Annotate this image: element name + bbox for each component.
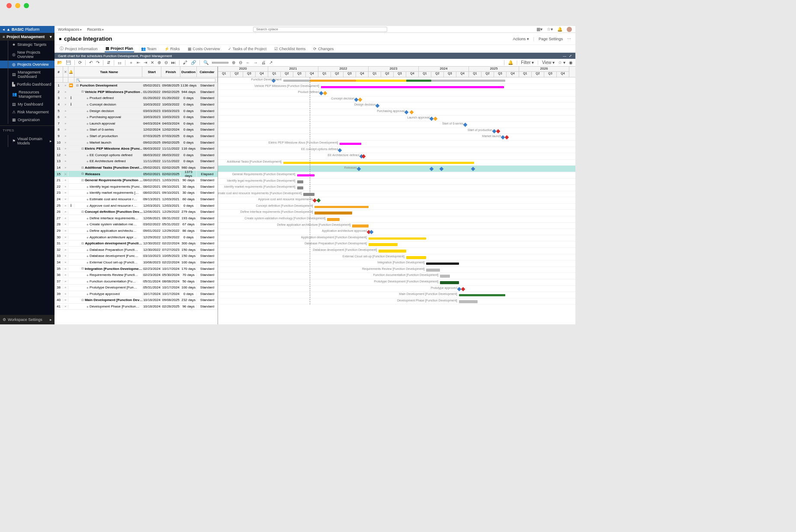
row-cut-icon[interactable]: × (63, 304, 68, 308)
gantt-bar-segment[interactable] (310, 80, 356, 82)
tab-project-information[interactable]: ⓘProject Information (59, 45, 99, 52)
table-row[interactable]: 35×⊟Integration [Function Developme…02/2… (55, 266, 218, 272)
collapse-icon[interactable]: ⊟ (81, 147, 84, 151)
milestone-icon[interactable] (409, 110, 414, 115)
hierarchy-icon[interactable]: ⚏ (118, 60, 122, 65)
gantt-bar[interactable] (315, 206, 369, 208)
export-icon[interactable]: ↗ (269, 60, 273, 65)
tab-risks[interactable]: ⚡Risks (164, 46, 181, 52)
milestone-icon[interactable] (505, 135, 509, 140)
gantt-bar-segment[interactable] (431, 80, 505, 82)
remove-milestone-icon[interactable]: ⊖ (164, 60, 168, 65)
indent-icon[interactable]: ⇥ (144, 60, 147, 65)
table-row[interactable]: 11×⊟Eletric PEP Milestone Abos [Func…06/… (55, 146, 218, 152)
table-row[interactable]: 22×◆Identify legal requirements [Func…08… (55, 184, 218, 190)
table-row[interactable]: 5×◆Design decision03/03/202303/03/20230 … (55, 108, 218, 114)
add-icon[interactable]: ＋ (129, 60, 133, 66)
table-row[interactable]: 10×◆Market launch09/02/202509/02/20250 d… (55, 139, 218, 146)
tab-project-plan[interactable]: ▤Project Plan (105, 45, 134, 52)
gantt-bar[interactable] (440, 281, 459, 284)
collapse-icon[interactable]: ⊟ (81, 90, 84, 93)
refresh-icon[interactable]: ⟳ (78, 60, 82, 65)
row-cut-icon[interactable]: × (63, 134, 68, 138)
milestone-icon[interactable] (317, 199, 321, 203)
add-milestone-icon[interactable]: ⊕ (157, 60, 161, 65)
row-cut-icon[interactable]: × (63, 273, 68, 277)
page-settings-menu[interactable]: Page Settings (539, 37, 563, 41)
milestone-icon[interactable] (496, 129, 500, 133)
collapse-icon[interactable]: ⊟ (81, 172, 84, 176)
tab-tasks-of-the-project[interactable]: ✓Tasks of the Project (227, 46, 268, 52)
collapse-icon[interactable]: ⊟ (76, 84, 79, 87)
col-calendar[interactable]: Calendar (197, 67, 218, 77)
col-num[interactable]: # (55, 67, 63, 77)
table-row[interactable]: 31×⊟Application development [Functi…12/3… (55, 240, 218, 247)
row-cut-icon[interactable]: × (63, 141, 68, 144)
table-row[interactable]: 37×◆Function documentation [Fu…05/31/202… (55, 278, 218, 285)
gantt-bar[interactable] (283, 162, 474, 164)
sidebar-item-portfolio-dashboard[interactable]: ▙Portfolio Dashboard (0, 80, 55, 88)
close-window-icon[interactable] (6, 3, 12, 8)
view-menu[interactable]: View ▾ (542, 60, 555, 65)
zoom-in-icon[interactable]: ⊕ (232, 60, 235, 65)
table-row[interactable]: 6×◆Purchasing approval10/03/202310/03/20… (55, 114, 218, 121)
row-cut-icon[interactable]: × (63, 83, 68, 87)
undo-icon[interactable]: ↶ (89, 60, 93, 65)
open-icon[interactable]: 📂 (57, 60, 62, 65)
collapse-icon[interactable]: ⊟ (81, 166, 84, 170)
milestone-icon[interactable] (323, 91, 327, 96)
col-finish[interactable]: Finish (161, 67, 180, 77)
table-row[interactable]: 40×⊟Main Development [Function Dev…10/18… (55, 297, 218, 304)
row-cut-icon[interactable]: × (63, 153, 68, 157)
table-row[interactable]: 2×⊟Vehicle PEP Milestones [Function …01/… (55, 89, 218, 96)
row-cut-icon[interactable]: × (63, 204, 68, 208)
milestone-icon[interactable] (461, 287, 465, 291)
table-row[interactable]: 23×◆Identify market requirements […08/02… (55, 190, 218, 196)
next-icon[interactable]: → (254, 60, 258, 65)
search-input[interactable] (253, 27, 387, 32)
row-cut-icon[interactable]: × (63, 178, 68, 182)
row-cut-icon[interactable]: × (63, 235, 68, 239)
row-cut-icon[interactable]: × (63, 128, 68, 131)
table-row[interactable]: 38×◆Prototype Development [Fun…05/31/202… (55, 285, 218, 291)
tab-costs-overview[interactable]: ▦Costs Overview (187, 46, 221, 52)
expand-icon[interactable]: ⤢ (569, 54, 572, 58)
zoom-slider[interactable] (212, 62, 228, 64)
table-row[interactable]: 26×⊟Concept definition [Function Dev…12/… (55, 209, 218, 215)
table-row[interactable]: 30×◆Application architecture appr…12/29/… (55, 234, 218, 240)
row-cut-icon[interactable]: × (63, 122, 68, 125)
table-row[interactable]: 4×ⅰ◆Concept decision10/03/202210/03/2022… (55, 102, 218, 108)
gantt-bar[interactable] (327, 218, 340, 221)
sidebar-item-ressources-management[interactable]: 👥Ressources Management (0, 88, 55, 100)
table-row[interactable]: 36×◆Requirements Review [Functi…02/23/20… (55, 272, 218, 279)
table-row[interactable]: 8×◆Start of 0-series12/02/202412/02/2024… (55, 127, 218, 133)
table-row[interactable]: 29×◆Define application architectu…09/01/… (55, 228, 218, 234)
table-row[interactable]: 41×◆Development Phase [Function…10/18/20… (55, 304, 218, 310)
sidebar-item-risk-management[interactable]: ⚠Risk Management (0, 108, 55, 116)
table-row[interactable]: 7×◆Launch approval04/03/202404/03/20240 … (55, 121, 218, 127)
milestone-icon[interactable] (440, 167, 444, 171)
bell-icon[interactable]: 🔔 (557, 27, 562, 32)
maximize-window-icon[interactable] (24, 3, 29, 8)
chart-pane[interactable]: 2020202120222023202420252026 Q1Q2Q3Q4Q1Q… (218, 67, 575, 324)
workspace-settings[interactable]: ⚙ Workspace Settings ▸ (0, 315, 55, 324)
milestone-icon[interactable] (463, 123, 468, 127)
table-row[interactable]: 13×◆EE Architecture defined11/11/202211/… (55, 158, 218, 165)
row-cut-icon[interactable]: × (63, 298, 68, 302)
gantt-bar[interactable] (406, 256, 426, 259)
sync-icon[interactable]: ◉ (569, 60, 573, 65)
filter-menu[interactable]: Filter ▾ (521, 60, 534, 65)
row-cut-icon[interactable]: × (63, 210, 68, 214)
col-start[interactable]: Start (142, 67, 161, 77)
row-cut-icon[interactable]: × (63, 267, 68, 271)
milestone-icon[interactable] (376, 104, 380, 108)
milestone-icon[interactable] (362, 154, 366, 159)
row-cut-icon[interactable]: × (63, 222, 68, 226)
table-row[interactable]: 15×⊟Releases05/02/202102/02/20251373 day… (55, 171, 218, 177)
menu-workspaces[interactable]: Workspaces (58, 27, 82, 32)
gantt-bar[interactable] (459, 300, 478, 303)
sidebar-item-projects-overview[interactable]: ◎Projects Overview (0, 61, 55, 68)
collapse-icon[interactable]: ⊟ (81, 267, 84, 270)
milestone-icon[interactable] (358, 97, 362, 102)
collapse-icon[interactable]: ⊟ (81, 242, 84, 245)
